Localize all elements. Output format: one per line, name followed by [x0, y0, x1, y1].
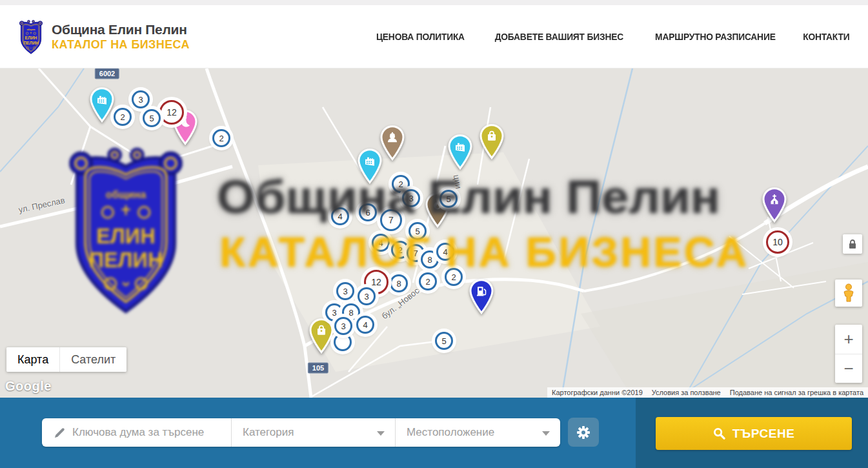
map-cluster-marker[interactable]: 3	[334, 317, 352, 335]
filter-group: Категория Местоположение	[42, 418, 560, 447]
site-header: Община Елин Пелин КАТАЛОГ НА БИЗНЕСА ЦЕН…	[0, 5, 868, 68]
satellite-view-button[interactable]: Сателит	[59, 347, 126, 372]
keyword-search-input[interactable]	[72, 426, 221, 439]
map-cluster-marker[interactable]: 10	[766, 230, 789, 254]
nav-item-2[interactable]: МАРШРУТНО РАЗПИСАНИЕ	[655, 31, 776, 42]
site-title: Община Елин Пелин	[52, 22, 190, 37]
map-attribution: Картографски данни ©2019 Условия за полз…	[547, 387, 868, 398]
chevron-down-icon	[377, 431, 385, 436]
search-button[interactable]: ТЪРСЕНЕ	[656, 417, 852, 450]
map-pin-marker-factory[interactable]	[446, 133, 474, 173]
lock-button[interactable]	[843, 234, 862, 254]
settings-button[interactable]	[568, 418, 599, 447]
zoom-in-button[interactable]: +	[835, 325, 862, 354]
map-cluster-marker[interactable]: 2	[114, 108, 132, 126]
map-pin-marker-bag[interactable]	[307, 317, 336, 357]
location-dropdown[interactable]: Местоположение	[395, 418, 560, 447]
terms-link[interactable]: Условия за ползване	[647, 387, 725, 398]
browser-top-strip	[0, 0, 868, 5]
search-icon	[713, 427, 725, 440]
map-cluster-marker[interactable]: 2	[445, 268, 463, 286]
report-error-link[interactable]: Подаване на сигнал за грешка в картата	[725, 387, 868, 398]
map-pin-marker-factory[interactable]	[88, 86, 116, 126]
map-cluster-marker[interactable]: 8	[390, 274, 408, 292]
lock-icon	[848, 239, 857, 249]
keyword-section	[42, 418, 231, 447]
map-cluster-marker[interactable]: 3	[402, 189, 420, 207]
main-nav: ЦЕНОВА ПОЛИТИКАДОБАВЕТЕ ВАШИЯТ БИЗНЕСМАР…	[372, 31, 852, 42]
site-subtitle: КАТАЛОГ НА БИЗНЕСА	[52, 38, 190, 52]
map-pin-marker-fuel[interactable]	[467, 278, 496, 318]
map-cluster-marker[interactable]: 3	[358, 287, 376, 305]
pegman-icon	[842, 283, 856, 303]
map-pin-marker-factory[interactable]	[356, 147, 384, 187]
pencil-icon	[54, 427, 66, 439]
nav-item-1[interactable]: ДОБАВЕТЕ ВАШИЯТ БИЗНЕС	[495, 31, 623, 42]
map-cluster-marker[interactable]: 4	[372, 234, 390, 252]
site-logo[interactable]: Община Елин Пелин КАТАЛОГ НА БИЗНЕСА	[16, 18, 190, 56]
chevron-down-icon	[542, 431, 550, 436]
map-cluster-marker[interactable]: 4	[436, 243, 454, 261]
map-cluster-marker[interactable]: 4	[356, 316, 374, 334]
map-cluster-marker[interactable]: 7	[380, 209, 402, 231]
map-cluster-marker[interactable]: 12	[159, 100, 184, 125]
map-cluster-marker[interactable]: 5	[143, 109, 161, 127]
road-shield-label: 6002	[95, 68, 119, 79]
map-cluster-marker[interactable]: 4	[331, 207, 349, 225]
map-cluster-marker[interactable]	[334, 333, 352, 351]
location-dropdown-label: Местоположение	[396, 426, 494, 439]
map-pin-marker-bag[interactable]	[478, 123, 506, 163]
map-cluster-marker[interactable]: 3	[132, 90, 150, 108]
municipality-crest-icon	[16, 18, 46, 56]
map-cluster-marker[interactable]: 2	[419, 272, 437, 290]
nav-item-0[interactable]: ЦЕНОВА ПОЛИТИКА	[376, 31, 465, 42]
category-dropdown[interactable]: Категория	[231, 418, 395, 447]
google-logo[interactable]: Google	[5, 379, 52, 394]
map-canvas[interactable]: Община Елин Пелин КАТАЛОГ НА БИЗНЕСА Кар…	[0, 68, 868, 398]
map-view-button[interactable]: Карта	[6, 347, 59, 372]
gear-icon	[576, 425, 591, 440]
map-type-control: Карта Сателит	[6, 347, 126, 372]
map-cluster-marker[interactable]: 2	[212, 129, 230, 147]
nav-item-3[interactable]: КОНТАКТИ	[803, 31, 850, 42]
map-cluster-marker[interactable]: 5	[435, 332, 453, 350]
map-cluster-marker[interactable]: 3	[336, 282, 354, 300]
road-shield-label: 105	[308, 363, 328, 374]
map-cluster-marker[interactable]: 5	[439, 190, 458, 208]
zoom-out-button[interactable]: −	[835, 354, 862, 383]
map-cluster-marker[interactable]: 5	[409, 222, 427, 240]
zoom-control: + −	[835, 325, 862, 383]
search-bar: Категория Местоположение ТЪРСЕНЕ	[0, 398, 868, 468]
attribution-data: Картографски данни ©2019	[547, 387, 647, 398]
map-pin-marker-church[interactable]	[760, 186, 789, 226]
map-cluster-marker[interactable]: 6	[359, 203, 377, 221]
search-button-label: ТЪРСЕНЕ	[732, 427, 795, 441]
category-dropdown-label: Категория	[232, 426, 294, 439]
street-view-pegman[interactable]	[835, 280, 862, 307]
